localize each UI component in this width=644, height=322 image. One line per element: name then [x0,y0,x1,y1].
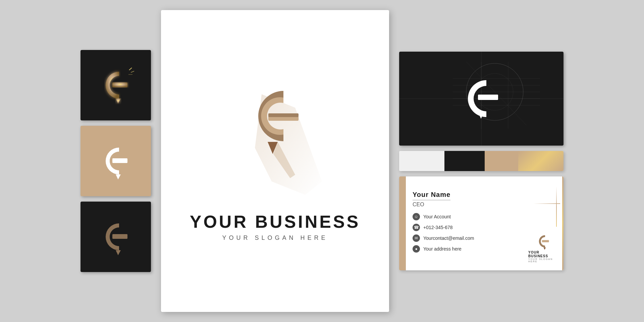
svg-marker-6 [116,174,121,179]
strip-beige [485,151,518,171]
svg-rect-0 [112,83,127,87]
bcard-phone: +012-345-678 [423,225,453,230]
svg-marker-1 [116,99,121,104]
strip-white [399,151,444,171]
bcard-account: Your Account [423,214,451,219]
main-container: YOUR BUSINESS YOUR SLOGAN HERE [0,0,644,322]
variant-card-dark-gold [80,50,151,120]
variant-logo-dark-brown [96,217,136,257]
bcard-address: Your address here [423,246,462,252]
svg-marker-8 [116,250,121,255]
center-card: YOUR BUSINESS YOUR SLOGAN HERE [161,10,389,312]
business-name: YOUR BUSINESS [190,212,361,232]
variant-logo-dark-gold [96,65,136,105]
strip-black [444,151,485,171]
gold-h-line [533,203,560,204]
svg-marker-29 [543,248,546,250]
bcard-strip [399,151,564,171]
phone-icon: ☎ [413,224,420,231]
left-column [80,50,151,272]
bcard-phone-row: ☎ +012-345-678 [413,224,517,231]
bcard-small-business-name: YOUR BUSINESS [528,251,558,258]
bcard-light-content: Your Name CEO ☺ Your Account ☎ +012-345-… [406,176,523,270]
business-slogan: YOUR SLOGAN HERE [222,234,328,241]
bcard-person-name: Your Name [413,191,450,200]
svg-rect-5 [112,158,127,163]
svg-rect-11 [268,113,299,117]
bcard-small-slogan: YOUR SLOGAN HERE [528,258,558,263]
bcard-dark-logo [458,75,505,122]
bcard-email-row: ✉ Yourcontact@email.com [413,234,517,242]
svg-rect-28 [542,240,549,242]
svg-line-3 [131,71,134,72]
location-icon: ● [413,245,420,253]
svg-rect-7 [112,234,127,239]
variant-card-dark-brown [80,202,151,272]
bcard-logo-small: YOUR BUSINESS YOUR SLOGAN HERE [528,232,558,263]
gold-line-decoration [562,176,564,270]
bcard-light-right: YOUR BUSINESS YOUR SLOGAN HERE [523,176,564,270]
svg-line-2 [129,68,132,70]
bcard-light: Your Name CEO ☺ Your Account ☎ +012-345-… [399,176,564,270]
account-icon: ☺ [413,213,420,220]
bcard-email: Yourcontact@email.com [423,235,474,241]
bcard-address-row: ● Your address here [413,245,517,253]
variant-card-beige-white [80,126,151,196]
bcard-small-logo-svg [534,232,553,251]
svg-rect-26 [478,95,498,100]
right-column: Your Name CEO ☺ Your Account ☎ +012-345-… [399,52,564,270]
center-logo [228,81,322,195]
variant-logo-beige-white [96,141,136,181]
strip-gold [518,151,564,171]
center-logo-area [228,81,322,195]
gold-corner-line [556,186,557,227]
bcard-dark [399,52,564,146]
bcard-person-title: CEO [413,202,517,208]
bcard-accent-bar [399,176,406,270]
bcard-account-row: ☺ Your Account [413,213,517,220]
email-icon: ✉ [413,234,420,242]
